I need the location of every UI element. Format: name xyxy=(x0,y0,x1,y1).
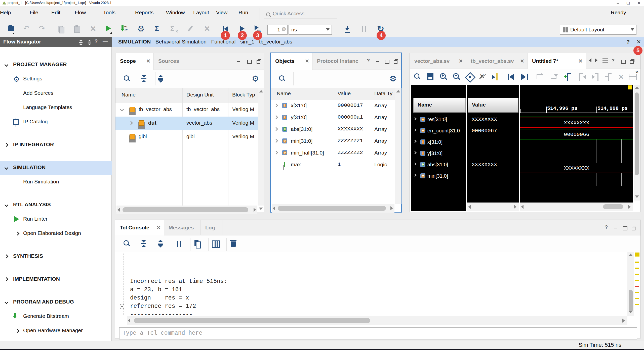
flow-navigator-item[interactable]: PROJECT MANAGER xyxy=(0,58,112,72)
wave-signal-row[interactable]: min[31:0] xyxy=(411,171,466,182)
clear-time-icon[interactable]: ✕ xyxy=(282,27,286,31)
tree-chevron-icon[interactable] xyxy=(5,255,9,259)
wave-signal-row[interactable]: y[31:0] xyxy=(411,148,466,160)
float-icon[interactable] xyxy=(631,225,636,230)
float-icon[interactable] xyxy=(629,58,635,64)
menu-item[interactable]: File xyxy=(30,10,38,16)
flow-navigator-item[interactable]: Open Hardware Manager xyxy=(0,324,112,338)
time-unit-select[interactable]: ns xyxy=(289,25,332,35)
tab-untitled-7[interactable]: Untitled 7*✕ xyxy=(528,53,586,69)
flow-navigator-item[interactable]: Generate Bitstream xyxy=(0,310,112,324)
tree-chevron-icon[interactable] xyxy=(413,140,417,143)
flow-navigator-item[interactable]: Run Linter xyxy=(0,212,112,227)
menu-item[interactable]: Reports xyxy=(135,10,154,16)
expand-all-icon[interactable] xyxy=(156,74,166,83)
tree-chevron-icon[interactable] xyxy=(274,104,278,108)
tree-chevron-icon[interactable] xyxy=(5,143,9,147)
copy-icon[interactable] xyxy=(56,25,65,34)
minimize-icon[interactable] xyxy=(375,58,380,64)
undo-icon[interactable] xyxy=(23,25,32,34)
minimize-icon[interactable] xyxy=(236,58,241,64)
search-icon[interactable] xyxy=(278,74,287,83)
close-icon[interactable]: ✕ xyxy=(636,39,641,45)
zoom-fit-icon[interactable] xyxy=(465,72,474,81)
flow-navigator-item[interactable]: RTL ANALYSIS xyxy=(0,198,112,212)
flow-navigator-item[interactable]: Add Sources xyxy=(0,86,112,101)
search-icon[interactable] xyxy=(123,74,132,83)
menu-icon[interactable] xyxy=(602,57,609,63)
fold-marker-icon[interactable] xyxy=(120,304,124,309)
tab-vector-abs-sv[interactable]: vector_abs.sv✕ xyxy=(410,53,466,69)
more-icon[interactable]: » xyxy=(635,69,638,75)
swap-before-icon[interactable] xyxy=(536,72,545,81)
help-icon[interactable]: ? xyxy=(612,58,617,63)
menu-item[interactable]: Tools xyxy=(103,10,115,16)
tree-chevron-icon[interactable] xyxy=(5,300,9,304)
tree-chevron-icon[interactable] xyxy=(274,115,278,119)
copy-icon[interactable] xyxy=(193,239,202,248)
tab-tb-vector-abs-sv[interactable]: tb_vector_abs.sv✕ xyxy=(466,53,528,69)
zoom-in-icon[interactable] xyxy=(439,72,448,81)
tab-log[interactable]: Log xyxy=(201,220,222,235)
marker-flag-icon[interactable] xyxy=(628,85,632,89)
save-icon[interactable] xyxy=(426,72,435,81)
swap-after-icon[interactable] xyxy=(549,72,558,81)
pause-output-icon[interactable] xyxy=(175,239,184,248)
search-icon[interactable] xyxy=(122,239,131,248)
pen-icon[interactable] xyxy=(186,25,195,34)
objects-vscrollbar[interactable] xyxy=(395,88,401,204)
menu-item[interactable]: Window xyxy=(166,10,185,16)
help-icon[interactable]: ? xyxy=(626,39,630,45)
console-hscrollbar[interactable] xyxy=(127,316,627,325)
next-transition-icon[interactable] xyxy=(520,72,530,81)
col-design-unit[interactable]: Design Unit xyxy=(186,88,214,103)
scope-vscrollbar[interactable] xyxy=(258,88,264,206)
wave-vscrollbar[interactable] xyxy=(634,85,640,201)
col-name[interactable]: Name xyxy=(122,88,136,103)
prev-transition-icon[interactable] xyxy=(506,72,515,81)
console-vscrollbar[interactable] xyxy=(627,252,634,316)
objects-hscrollbar[interactable] xyxy=(272,204,394,213)
tcl-command-input[interactable]: Type a Tcl command here xyxy=(119,327,637,339)
menu-item[interactable]: Flow xyxy=(75,10,86,16)
settings-gear-icon[interactable] xyxy=(389,74,398,83)
tree-chevron-icon[interactable] xyxy=(16,329,20,333)
goto-time-icon[interactable] xyxy=(491,72,500,81)
next-marker-icon[interactable] xyxy=(591,72,600,81)
collapse-all-icon[interactable] xyxy=(78,39,83,44)
queue-icon[interactable] xyxy=(211,239,220,248)
tree-chevron-icon[interactable] xyxy=(413,151,417,154)
tree-chevron-icon[interactable] xyxy=(5,63,9,67)
flow-navigator-item[interactable]: IMPLEMENTATION xyxy=(0,272,112,287)
tree-chevron-icon[interactable] xyxy=(413,174,417,177)
wave-col-value[interactable]: Value xyxy=(468,98,518,113)
settings-gear-icon[interactable] xyxy=(137,25,146,34)
wave-values-hscrollbar[interactable] xyxy=(467,203,519,211)
maximize-icon[interactable] xyxy=(384,58,389,64)
clear-icon[interactable] xyxy=(203,25,212,34)
help-icon[interactable]: ? xyxy=(605,224,610,230)
tree-chevron-icon[interactable] xyxy=(413,162,417,166)
help-icon[interactable]: ? xyxy=(367,58,372,63)
flow-navigator-item[interactable]: Language Templates xyxy=(0,101,112,115)
report-sigma-icon[interactable] xyxy=(153,25,162,34)
objects-row[interactable]: min_half[31:0] ZZZZZZZ2 Array xyxy=(271,147,395,159)
menu-item[interactable]: Run xyxy=(238,10,248,16)
quick-access-search[interactable]: Quick Access xyxy=(264,9,337,19)
minimize-icon[interactable]: — xyxy=(103,38,109,45)
scope-row[interactable]: dut vector_abs Verilog M xyxy=(115,117,258,130)
objects-row[interactable]: max 1 Logic xyxy=(271,159,395,171)
tree-chevron-icon[interactable] xyxy=(274,139,278,143)
wave-signal-row[interactable]: abs[31:0] xyxy=(411,160,466,171)
generate-bitstream-icon[interactable]: 0110 xyxy=(120,25,129,34)
expand-all-icon[interactable] xyxy=(156,239,165,248)
maximize-icon[interactable] xyxy=(246,58,252,64)
wave-signal-row[interactable]: res[31:0] xyxy=(411,115,466,126)
float-icon[interactable] xyxy=(256,58,261,64)
tab-tcl-console[interactable]: Tcl Console✕ xyxy=(115,220,164,235)
tree-chevron-icon[interactable] xyxy=(413,117,417,120)
menu-item[interactable]: Edit xyxy=(51,10,60,16)
paste-icon[interactable] xyxy=(73,25,82,34)
flow-navigator-item[interactable]: SYNTHESIS xyxy=(0,249,112,264)
minimize-icon[interactable] xyxy=(613,225,618,230)
